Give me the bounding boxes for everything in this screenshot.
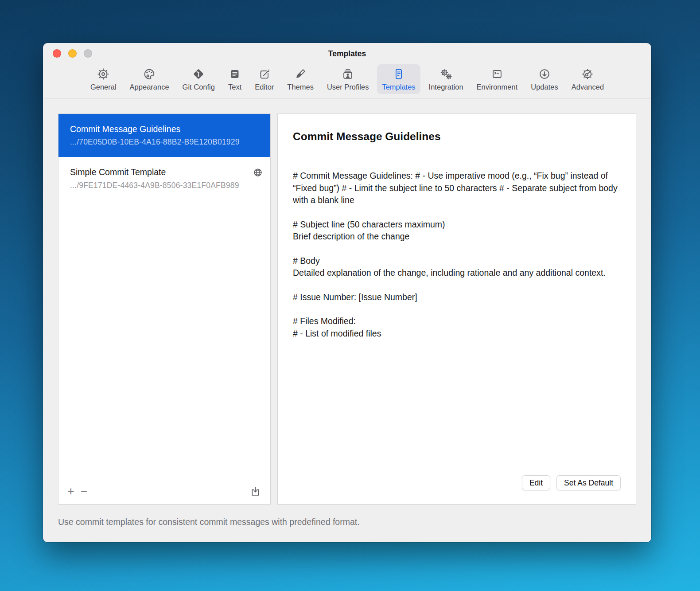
- tab-advanced[interactable]: Advanced: [567, 64, 609, 94]
- tab-label: Themes: [287, 83, 314, 91]
- template-list-item[interactable]: Simple Commit Template .../9FE171DE-4463…: [58, 157, 270, 200]
- edit-button[interactable]: Edit: [522, 475, 550, 490]
- tab-appearance[interactable]: Appearance: [125, 64, 174, 94]
- text-document-icon: [228, 67, 241, 82]
- download-circle-icon: [538, 67, 551, 82]
- tab-label: Integration: [429, 83, 463, 91]
- template-list-pane: Commit Message Guidelines .../70E05D0B-1…: [58, 114, 271, 505]
- tab-environment[interactable]: Environment: [472, 64, 523, 94]
- profile-card-icon: [341, 67, 354, 82]
- template-paragraph: # Issue Number: [Issue Number]: [293, 291, 621, 304]
- remove-template-button[interactable]: −: [81, 486, 88, 497]
- template-list-controls: + −: [58, 481, 270, 504]
- globe-icon: [253, 167, 263, 178]
- template-paragraph: # Commit Message Guidelines: # - Use imp…: [293, 170, 621, 207]
- template-path: .../9FE171DE-4463-4A9B-8506-33E1F0AFB989: [70, 181, 263, 190]
- tab-user-profiles[interactable]: User Profiles: [322, 64, 373, 94]
- detail-actions: Edit Set As Default: [522, 475, 621, 490]
- tab-label: Updates: [531, 83, 558, 91]
- template-detail-pane: Commit Message Guidelines # Commit Messa…: [277, 114, 636, 505]
- tab-label: Environment: [477, 83, 518, 91]
- template-title: Simple Commit Template: [70, 167, 166, 177]
- tab-editor[interactable]: Editor: [250, 64, 279, 94]
- square-pencil-icon: [258, 67, 271, 82]
- tab-label: User Profiles: [327, 83, 369, 91]
- tab-general[interactable]: General: [86, 64, 121, 94]
- templates-panel: Commit Message Guidelines .../70E05D0B-1…: [43, 98, 651, 505]
- preferences-window: Templates General Appea: [43, 43, 651, 542]
- git-diamond-icon: [192, 67, 205, 82]
- footer: Use commit templates for consistent comm…: [43, 505, 651, 542]
- advanced-gear-icon: [581, 67, 594, 82]
- close-button[interactable]: [53, 49, 61, 58]
- titlebar: Templates: [43, 43, 651, 63]
- tab-templates[interactable]: Templates: [377, 64, 420, 94]
- template-paragraph: # Body Detailed explanation of the chang…: [293, 255, 621, 279]
- template-path: .../70E05D0B-10EB-4A16-88B2-B9E120B01929: [70, 137, 263, 147]
- tab-label: Advanced: [572, 83, 604, 91]
- terminal-icon: [490, 67, 504, 82]
- template-paragraph: # Subject line (50 characters maximum) B…: [293, 219, 621, 243]
- double-gear-icon: [439, 67, 453, 82]
- tab-text[interactable]: Text: [223, 64, 246, 94]
- tab-themes[interactable]: Themes: [282, 64, 319, 94]
- window-controls: [53, 49, 92, 58]
- tab-label: Templates: [382, 83, 415, 91]
- tab-label: Git Config: [183, 83, 215, 91]
- preferences-toolbar: General Appearance: [43, 63, 651, 98]
- template-list-item[interactable]: Commit Message Guidelines .../70E05D0B-1…: [58, 114, 270, 157]
- detail-title: Commit Message Guidelines: [293, 130, 621, 143]
- import-template-icon[interactable]: [249, 485, 261, 497]
- detail-divider: [293, 151, 621, 151]
- tab-label: Appearance: [130, 83, 169, 91]
- footer-hint: Use commit templates for consistent comm…: [58, 517, 360, 527]
- tab-integration[interactable]: Integration: [424, 64, 468, 94]
- tab-updates[interactable]: Updates: [526, 64, 563, 94]
- template-title: Commit Message Guidelines: [70, 124, 180, 134]
- palette-icon: [143, 67, 156, 82]
- set-as-default-button[interactable]: Set As Default: [556, 475, 621, 490]
- template-content: # Commit Message Guidelines: # - Use imp…: [293, 170, 621, 340]
- minimize-button[interactable]: [68, 49, 77, 58]
- zoom-button-disabled: [84, 49, 92, 58]
- template-list-empty-area: [58, 200, 270, 481]
- gear-icon: [97, 67, 110, 82]
- add-template-button[interactable]: +: [67, 486, 74, 497]
- template-document-icon: [392, 67, 405, 82]
- tab-label: General: [90, 83, 117, 91]
- paintbrush-icon: [294, 67, 307, 82]
- window-title: Templates: [43, 43, 651, 64]
- tab-label: Text: [228, 83, 241, 91]
- tab-git-config[interactable]: Git Config: [178, 64, 220, 94]
- tab-label: Editor: [255, 83, 274, 91]
- template-paragraph: # Files Modified: # - List of modified f…: [293, 315, 621, 340]
